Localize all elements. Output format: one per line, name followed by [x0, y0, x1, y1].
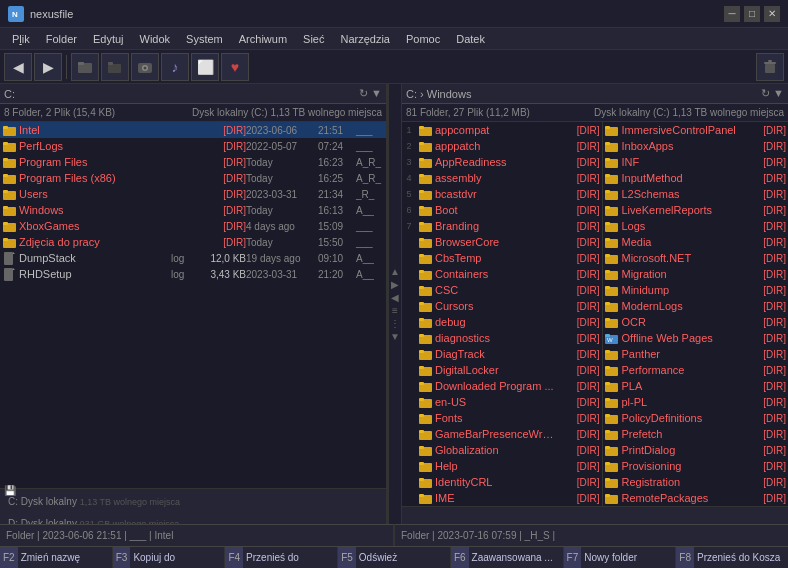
menu-system[interactable]: System [178, 28, 231, 50]
list-item[interactable]: Branding[DIR] [416, 218, 602, 234]
list-item[interactable]: DumpStacklog12,0 KB19 days ago09:10A__ [0, 250, 386, 266]
list-item[interactable]: Minidump[DIR] [603, 282, 789, 298]
list-item[interactable]: Microsoft.NET[DIR] [603, 250, 789, 266]
list-item[interactable]: DiagTrack[DIR] [416, 346, 602, 362]
list-item[interactable]: BrowserCore[DIR] [416, 234, 602, 250]
close-button[interactable]: ✕ [764, 6, 780, 22]
list-item[interactable]: apppatch[DIR] [416, 138, 602, 154]
fkey-f8[interactable]: F8Przenieś do Kosza [676, 547, 788, 569]
menu-archiwum[interactable]: Archiwum [231, 28, 295, 50]
list-item[interactable]: assembly[DIR] [416, 170, 602, 186]
list-item[interactable]: Migration[DIR] [603, 266, 789, 282]
fkey-f6[interactable]: F6Zaawansowana ... [451, 547, 564, 569]
menu-siec[interactable]: Sieć [295, 28, 332, 50]
list-item[interactable]: DigitalLocker[DIR] [416, 362, 602, 378]
list-item[interactable]: Media[DIR] [603, 234, 789, 250]
fkey-f5[interactable]: F5Odśwież [338, 547, 451, 569]
menu-datek[interactable]: Datek [448, 28, 493, 50]
fkey-f2[interactable]: F2Zmień nazwę [0, 547, 113, 569]
list-item[interactable]: Logs[DIR] [603, 218, 789, 234]
list-item[interactable]: Provisioning[DIR] [603, 458, 789, 474]
left-drive-c[interactable]: C: Dysk lokalny 1,13 TB wolnego miejsca [4, 496, 184, 507]
back-button[interactable]: ◀ [4, 53, 32, 81]
splitter-bars[interactable]: ≡ [392, 305, 398, 316]
list-item[interactable]: CbsTemp[DIR] [416, 250, 602, 266]
bookmark-button[interactable]: ⬜ [191, 53, 219, 81]
list-item[interactable]: Downloaded Program ...[DIR] [416, 378, 602, 394]
list-item[interactable]: RHDSetuplog3,43 KB2023-03-3121:20A__ [0, 266, 386, 282]
list-item[interactable]: L2Schemas[DIR] [603, 186, 789, 202]
menu-pomoc[interactable]: Pomoc [398, 28, 448, 50]
list-item[interactable]: Program Files (x86)[DIR]Today16:25A_R_ [0, 170, 386, 186]
list-item[interactable]: XboxGames[DIR]4 days ago15:09___ [0, 218, 386, 234]
list-item[interactable]: Windows[DIR]Today16:13A__ [0, 202, 386, 218]
list-item[interactable]: Intel[DIR]2023-06-0621:51___ [0, 122, 386, 138]
list-item[interactable]: Help[DIR] [416, 458, 602, 474]
list-item[interactable]: ModernLogs[DIR] [603, 298, 789, 314]
list-item[interactable]: Program Files[DIR]Today16:23A_R_ [0, 154, 386, 170]
list-item[interactable]: IME[DIR] [416, 490, 602, 506]
folder-open-button[interactable] [71, 53, 99, 81]
list-item[interactable]: PerfLogs[DIR]2022-05-0707:24___ [0, 138, 386, 154]
list-item[interactable]: LiveKernelReports[DIR] [603, 202, 789, 218]
list-item[interactable]: PrintDialog[DIR] [603, 442, 789, 458]
list-item[interactable]: AppReadiness[DIR] [416, 154, 602, 170]
list-item[interactable]: Containers[DIR] [416, 266, 602, 282]
list-item[interactable]: appcompat[DIR] [416, 122, 602, 138]
list-item[interactable]: Globalization[DIR] [416, 442, 602, 458]
folder-new-button[interactable] [101, 53, 129, 81]
right-file-list-left[interactable]: appcompat[DIR]apppatch[DIR]AppReadiness[… [416, 122, 603, 506]
right-file-list-right[interactable]: ImmersiveControlPanel[DIR]InboxApps[DIR]… [603, 122, 789, 506]
menu-folder[interactable]: Folder [38, 28, 85, 50]
list-item[interactable]: GameBarPresenceWriter[DIR] [416, 426, 602, 442]
list-item[interactable]: Performance[DIR] [603, 362, 789, 378]
list-item[interactable]: Prefetch[DIR] [603, 426, 789, 442]
list-item[interactable]: Zdjęcia do pracy[DIR]Today15:50___ [0, 234, 386, 250]
list-item[interactable]: CSC[DIR] [416, 282, 602, 298]
list-item[interactable]: Fonts[DIR] [416, 410, 602, 426]
list-item[interactable]: InputMethod[DIR] [603, 170, 789, 186]
menu-plik[interactable]: Plik [4, 28, 38, 50]
list-item[interactable]: Cursors[DIR] [416, 298, 602, 314]
list-item[interactable]: OCR[DIR] [603, 314, 789, 330]
list-item[interactable]: INF[DIR] [603, 154, 789, 170]
list-item[interactable]: ImmersiveControlPanel[DIR] [603, 122, 789, 138]
fkey-f3[interactable]: F3Kopiuj do [113, 547, 226, 569]
maximize-button[interactable]: □ [744, 6, 760, 22]
forward-button[interactable]: ▶ [34, 53, 62, 81]
splitter-right[interactable]: ▶ [391, 279, 399, 290]
list-item[interactable]: Registration[DIR] [603, 474, 789, 490]
splitter-down[interactable]: ▼ [390, 331, 400, 342]
list-item[interactable]: debug[DIR] [416, 314, 602, 330]
list-item[interactable]: RemotePackages[DIR] [603, 490, 789, 506]
menu-narzedzia[interactable]: Narzędzia [332, 28, 398, 50]
list-item[interactable]: PLA[DIR] [603, 378, 789, 394]
fkey-f4[interactable]: F4Przenieś do [225, 547, 338, 569]
list-item[interactable]: en-US[DIR] [416, 394, 602, 410]
list-item[interactable]: InboxApps[DIR] [603, 138, 789, 154]
fkey-f7[interactable]: F7Nowy folder [564, 547, 677, 569]
list-item[interactable]: Users[DIR]2023-03-3121:34_R_ [0, 186, 386, 202]
list-item[interactable]: WOffline Web Pages[DIR] [603, 330, 789, 346]
splitter-up[interactable]: ▲ [390, 266, 400, 277]
trash-button[interactable] [756, 53, 784, 81]
list-item[interactable]: PolicyDefinitions[DIR] [603, 410, 789, 426]
splitter-dots[interactable]: ⋮ [390, 318, 400, 329]
panel-splitter[interactable]: ▲ ▶ ◀ ≡ ⋮ ▼ [388, 84, 402, 524]
right-panel-refresh[interactable]: ↻ ▼ [761, 87, 784, 100]
menu-edytuj[interactable]: Edytuj [85, 28, 132, 50]
splitter-left[interactable]: ◀ [391, 292, 399, 303]
list-item[interactable]: pl-PL[DIR] [603, 394, 789, 410]
list-item[interactable]: bcastdvr[DIR] [416, 186, 602, 202]
list-item[interactable]: diagnostics[DIR] [416, 330, 602, 346]
left-panel-refresh[interactable]: ↻ ▼ [359, 87, 382, 100]
list-item[interactable]: IdentityCRL[DIR] [416, 474, 602, 490]
menu-widok[interactable]: Widok [132, 28, 179, 50]
music-button[interactable]: ♪ [161, 53, 189, 81]
camera-button[interactable] [131, 53, 159, 81]
minimize-button[interactable]: ─ [724, 6, 740, 22]
list-item[interactable]: Panther[DIR] [603, 346, 789, 362]
left-file-list[interactable]: Intel[DIR]2023-06-0621:51___PerfLogs[DIR… [0, 122, 386, 488]
heart-button[interactable]: ♥ [221, 53, 249, 81]
list-item[interactable]: Boot[DIR] [416, 202, 602, 218]
